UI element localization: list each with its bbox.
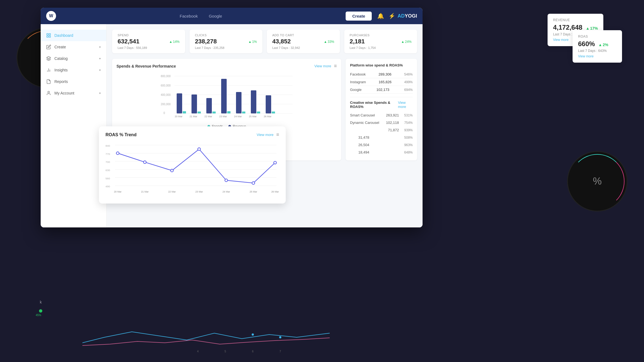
create-button[interactable]: Create	[346, 12, 372, 21]
addtocart-label: ADD TO CART	[272, 34, 334, 37]
decorative-circle-right	[567, 151, 628, 211]
svg-text:560: 560	[106, 177, 110, 180]
clicks-last: Last 7 Days : 235,258	[195, 46, 257, 49]
svg-text:23 Mar: 23 Mar	[195, 190, 203, 193]
svg-rect-31	[236, 92, 241, 113]
svg-text:0: 0	[163, 112, 165, 115]
svg-rect-28	[221, 79, 227, 113]
sidebar-dashboard-label: Dashboard	[54, 33, 73, 38]
svg-point-52	[116, 152, 119, 155]
svg-rect-38	[272, 112, 275, 113]
svg-point-56	[225, 179, 228, 182]
sidebar-create-label: Create	[54, 45, 66, 49]
metric-clicks: CLICKS 238,278 ▲ 1% Last 7 Days : 235,25…	[190, 30, 263, 53]
svg-point-53	[143, 161, 146, 163]
chart-title: Spends & Revenue Performance	[116, 64, 176, 68]
svg-rect-37	[266, 95, 271, 113]
creative-row-4: 31,478 508%	[350, 134, 413, 141]
spend-change: ▲ 14%	[169, 40, 180, 44]
svg-point-58	[274, 161, 276, 164]
nav-links: Facebook Google	[62, 14, 340, 18]
svg-text:23 Mar: 23 Mar	[219, 115, 227, 118]
sidebar-item-myaccount[interactable]: My Account ▾	[41, 87, 106, 99]
nav-facebook[interactable]: Facebook	[180, 14, 198, 18]
layers-icon	[46, 56, 51, 61]
svg-text:22 Mar: 22 Mar	[204, 115, 212, 118]
roas-floating-last: Last 7 Days : 643%	[578, 49, 617, 53]
svg-rect-19	[177, 93, 182, 113]
bottom-mini-chart: 4 5 6 7	[82, 321, 330, 354]
svg-text:4: 4	[197, 350, 199, 353]
svg-rect-23	[198, 112, 201, 113]
metric-purchases: PURCHASES 2,181 ▲ 24% Last 7 Days : 1,75…	[344, 30, 417, 53]
svg-point-54	[171, 169, 173, 172]
spend-label: SPEND	[118, 34, 180, 37]
purchases-last: Last 7 Days : 1,754	[350, 46, 412, 49]
svg-rect-3	[49, 36, 51, 37]
svg-point-57	[252, 182, 255, 184]
roas-trend-menu-icon[interactable]: ≡	[276, 132, 279, 138]
creative-section-title: Creative wise Spends & ROAS%	[350, 101, 398, 109]
revenue-floating-value: 4,172,648	[553, 24, 582, 31]
myaccount-chevron: ▾	[99, 91, 101, 95]
create-chevron: ▾	[99, 45, 101, 49]
svg-rect-1	[49, 34, 51, 35]
purchases-value: 2,181	[350, 38, 365, 45]
creative-row-5: 26,504 963%	[350, 141, 413, 149]
svg-text:21 Mar: 21 Mar	[141, 190, 149, 193]
roas-trend-title: ROAS % Trend	[106, 132, 137, 137]
right-stats-panel: Platform wise spend & ROAS% Facebook 289…	[346, 59, 417, 160]
sidebar-insights-label: Insights	[54, 68, 68, 72]
svg-text:21 Mar: 21 Mar	[190, 115, 197, 118]
sidebar-myaccount-label: My Account	[54, 91, 74, 95]
adyogi-logo-icon: ⚡	[388, 13, 395, 19]
svg-text:20 Mar: 20 Mar	[175, 115, 182, 118]
svg-text:24 Mar: 24 Mar	[223, 190, 230, 193]
metric-spend: SPEND 632,541 ▲ 14% Last 7 Days : 556,18…	[112, 30, 185, 53]
svg-rect-34	[251, 90, 256, 113]
addtocart-change: ▲ 33%	[324, 40, 334, 44]
sidebar-item-insights[interactable]: Insights ▾	[41, 64, 106, 76]
adyogi-logo: ⚡ ADYOGI	[388, 13, 417, 19]
nav-right: 🔔 ⚡ ADYOGI	[377, 13, 417, 19]
svg-text:700: 700	[106, 160, 110, 163]
svg-marker-4	[47, 57, 51, 59]
chart-view-more[interactable]: View more	[314, 64, 331, 68]
svg-text:22 Mar: 22 Mar	[168, 190, 176, 193]
sidebar-item-catalog[interactable]: Catalog ▾	[41, 53, 106, 64]
svg-point-71	[279, 336, 281, 338]
nav-google[interactable]: Google	[209, 14, 222, 18]
roas-view-more[interactable]: View more	[578, 54, 617, 58]
creative-view-more[interactable]: View more	[398, 101, 413, 109]
svg-text:24 Mar: 24 Mar	[234, 115, 242, 118]
chart-menu-icon[interactable]: ≡	[334, 63, 337, 69]
sidebar-item-create[interactable]: Create ▾	[41, 41, 106, 53]
nav-logo: W	[46, 11, 56, 21]
grid-icon	[46, 33, 51, 38]
sidebar: Dashboard Create ▾ Catalog ▾ Insights ▾ …	[41, 24, 107, 227]
platform-instagram: Instagram 165,826 499%	[350, 78, 413, 86]
svg-text:25 Mar: 25 Mar	[249, 115, 257, 118]
sidebar-item-dashboard[interactable]: Dashboard	[41, 30, 106, 41]
roas-trend-svg: 840 770 700 630 560 490 20 Mar 21 Mar 22…	[106, 142, 279, 197]
creative-row-6: 18,494 648%	[350, 149, 413, 156]
svg-text:5: 5	[224, 350, 226, 353]
svg-text:770: 770	[106, 152, 110, 155]
top-navigation: W Facebook Google Create 🔔 ⚡ ADYOGI	[41, 8, 423, 24]
roas-trend-view-more[interactable]: View more	[257, 133, 273, 137]
purchases-label: PURCHASES	[350, 34, 412, 37]
svg-text:6: 6	[252, 350, 254, 353]
svg-rect-35	[257, 112, 260, 113]
roas-floating-label: ROAS	[578, 35, 617, 38]
revenue-floating-change: ▲ 17%	[586, 26, 598, 30]
svg-text:26 Mar: 26 Mar	[264, 115, 271, 118]
purchases-change: ▲ 24%	[401, 40, 412, 44]
creative-dynamic-carousel: Dynamic Carousel 102,118 754%	[350, 119, 413, 126]
roas-trend-card: ROAS % Trend View more ≡ 840 770 700 630…	[99, 126, 286, 204]
addtocart-last: Last 7 Days : 32,942	[272, 46, 334, 49]
sidebar-item-reports[interactable]: Reports	[41, 76, 106, 87]
svg-text:630: 630	[106, 169, 110, 172]
svg-text:490: 490	[106, 185, 110, 188]
bell-icon[interactable]: 🔔	[377, 13, 384, 19]
svg-text:600,000: 600,000	[161, 84, 171, 87]
